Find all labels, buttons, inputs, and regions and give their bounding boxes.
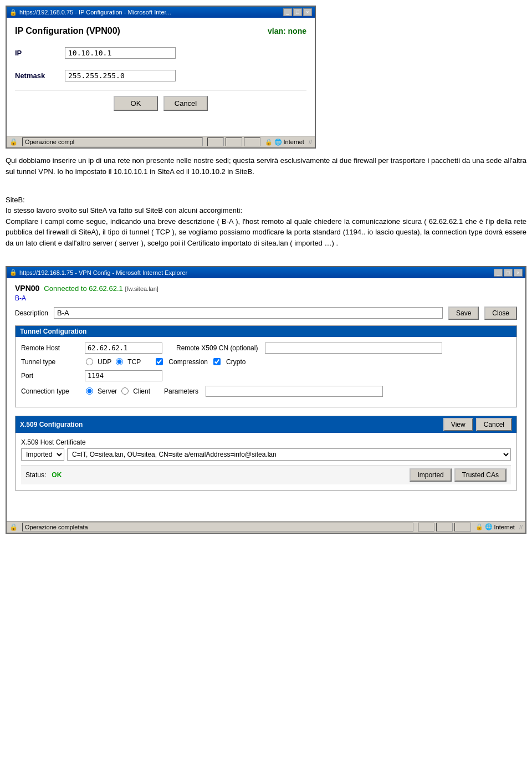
close-button[interactable]: Close — [484, 307, 517, 320]
port-row: Port — [21, 370, 511, 381]
remote-host-label: Remote Host — [21, 344, 82, 352]
remote-host-input[interactable] — [85, 343, 162, 354]
tunnel-section-header: Tunnel Configuration — [16, 326, 516, 337]
server-label: Server — [98, 387, 117, 395]
status-page-icon: 🔒 — [9, 138, 18, 146]
bottom-maximize-btn[interactable]: □ — [504, 269, 513, 277]
bottom-close-btn[interactable]: × — [514, 269, 523, 277]
x509-title: X.509 Configuration — [20, 421, 83, 428]
client-radio[interactable] — [121, 387, 129, 395]
fw-label: [fw.sitea.lan] — [125, 285, 158, 292]
description-label: Description — [15, 309, 48, 317]
description-paragraph1: Qui dobbiamo inserire un ip di una rete … — [6, 155, 526, 177]
parameters-col: Parameters — [164, 386, 383, 397]
description-input[interactable] — [54, 307, 443, 319]
ok-button[interactable]: OK — [114, 96, 158, 111]
dialog-title-row: IP Configuration (VPN00) vlan: none — [15, 26, 306, 36]
bottom-internet-text: Internet — [494, 524, 515, 530]
status-buttons: Imported Trusted CAs — [410, 468, 507, 482]
description-paragraph2: SiteB: Io stesso lavoro svolto sul SiteA… — [6, 183, 526, 259]
vpn-subtitle: B-A — [15, 294, 517, 302]
top-browser-content: IP Configuration (VPN00) vlan: none IP N… — [7, 18, 315, 136]
vpn-name: VPN00 — [15, 284, 39, 293]
view-button[interactable]: View — [443, 418, 473, 431]
maximize-btn[interactable]: □ — [293, 8, 302, 16]
bottom-bar-1 — [418, 523, 434, 532]
ip-row: IP — [15, 44, 306, 62]
dialog-title-text: IP Configuration (VPN00) — [15, 26, 120, 36]
status-value: OK — [52, 471, 62, 479]
imported-button[interactable]: Imported — [410, 468, 451, 482]
remote-host-row: Remote Host Remote X509 CN (optional) — [21, 343, 511, 354]
bottom-title-icon: 🔒 — [9, 269, 17, 276]
vpn-connected-text: Connected to 62.62.62.1 [fw.sitea.lan] — [44, 284, 158, 293]
bottom-browser-content: VPN00 Connected to 62.62.62.1 [fw.sitea.… — [7, 278, 525, 521]
dialog-spacer — [15, 116, 306, 127]
bottom-browser-window: 🔒 https://192.168.1.75 - VPN Config - Mi… — [6, 266, 526, 534]
x509-header-row: X.509 Configuration View Cancel — [16, 416, 516, 433]
top-win-controls: _ □ × — [283, 8, 312, 16]
ip-input[interactable] — [65, 47, 176, 59]
internet-zone-text: Internet — [284, 139, 304, 145]
tcp-radio[interactable] — [116, 358, 123, 365]
tunnel-type-radios: UDP TCP — [85, 358, 141, 366]
parameters-input[interactable] — [206, 386, 383, 397]
tunnel-section-body: Remote Host Remote X509 CN (optional) Tu… — [16, 337, 516, 407]
remote-x509-label: Remote X509 CN (optional) — [176, 344, 258, 352]
x509-header-buttons: View Cancel — [443, 418, 512, 431]
dialog-button-row: OK Cancel — [15, 96, 306, 111]
tunnel-section: Tunnel Configuration Remote Host Remote … — [15, 325, 517, 407]
udp-label: UDP — [98, 358, 111, 366]
imported-select[interactable]: Imported — [21, 448, 64, 461]
compression-crypto-col: Compression Crypto — [155, 358, 245, 366]
port-input[interactable] — [85, 370, 162, 381]
bottom-win-controls: _ □ × — [494, 269, 523, 277]
top-status-spacers — [207, 137, 260, 146]
top-title-text: https://192.168.0.75 - IP Configuration … — [19, 9, 283, 16]
udp-radio[interactable] — [86, 358, 93, 365]
bottom-statusbar: 🔒 Operazione completata 🔒 🌐 Internet // — [7, 521, 525, 533]
bottom-lock-icon: 🔒 — [475, 523, 483, 530]
x509-cert-label: X.509 Host Certificate — [21, 438, 511, 446]
bottom-resize-handle: // — [519, 524, 523, 530]
conn-type-row: Connection type Server Client Parameters — [21, 386, 511, 397]
top-status-right: 🔒 🌐 Internet — [265, 139, 304, 146]
top-statusbar: 🔒 Operazione compl 🔒 🌐 Internet // — [7, 136, 315, 147]
conn-type-radios: Server Client — [85, 387, 150, 395]
bottom-status-text: Operazione completata — [22, 523, 413, 532]
bottom-title-text: https://192.168.1.75 - VPN Config - Micr… — [19, 269, 494, 276]
port-label: Port — [21, 372, 82, 380]
cancel-button[interactable]: Cancel — [163, 96, 208, 111]
bottom-titlebar: 🔒 https://192.168.1.75 - VPN Config - Mi… — [7, 267, 525, 278]
vlan-info: vlan: none — [268, 27, 306, 35]
tunnel-type-row: Tunnel type UDP TCP Compression Crypto — [21, 358, 511, 366]
top-titlebar: 🔒 https://192.168.0.75 - IP Configuratio… — [7, 7, 315, 18]
resize-handle: // — [309, 139, 312, 145]
netmask-input[interactable] — [65, 70, 176, 81]
tcp-label: TCP — [127, 358, 141, 366]
remote-x509-input[interactable] — [265, 343, 442, 354]
parameters-label: Parameters — [164, 387, 198, 395]
top-title-icon: 🔒 — [9, 9, 17, 16]
x509-section-body: X.509 Host Certificate Imported C=IT, O=… — [16, 433, 516, 490]
internet-zone-icon: 🌐 — [274, 139, 282, 146]
save-button[interactable]: Save — [448, 307, 479, 320]
x509-cancel-button[interactable]: Cancel — [476, 418, 512, 431]
netmask-label: Netmask — [15, 71, 65, 80]
bottom-spacer — [15, 499, 517, 515]
close-btn[interactable]: × — [303, 8, 312, 16]
cert-select[interactable]: C=IT, O=sitea.lan, OU=sitea, CN=site a/e… — [67, 448, 511, 461]
crypto-checkbox[interactable] — [213, 358, 221, 365]
minimize-btn[interactable]: _ — [283, 8, 292, 16]
bottom-status-icon: 🔒 — [9, 523, 18, 531]
status-label: Status: — [25, 471, 46, 479]
compression-checkbox[interactable] — [156, 358, 163, 365]
conn-type-label: Connection type — [21, 387, 82, 395]
bottom-minimize-btn[interactable]: _ — [494, 269, 503, 277]
bottom-bar-3 — [454, 523, 471, 532]
lock-icon: 🔒 — [265, 139, 273, 146]
crypto-label: Crypto — [226, 358, 245, 366]
server-radio[interactable] — [86, 387, 93, 395]
top-status-text: Operazione compl — [22, 137, 203, 146]
trusted-cas-button[interactable]: Trusted CAs — [454, 468, 507, 482]
